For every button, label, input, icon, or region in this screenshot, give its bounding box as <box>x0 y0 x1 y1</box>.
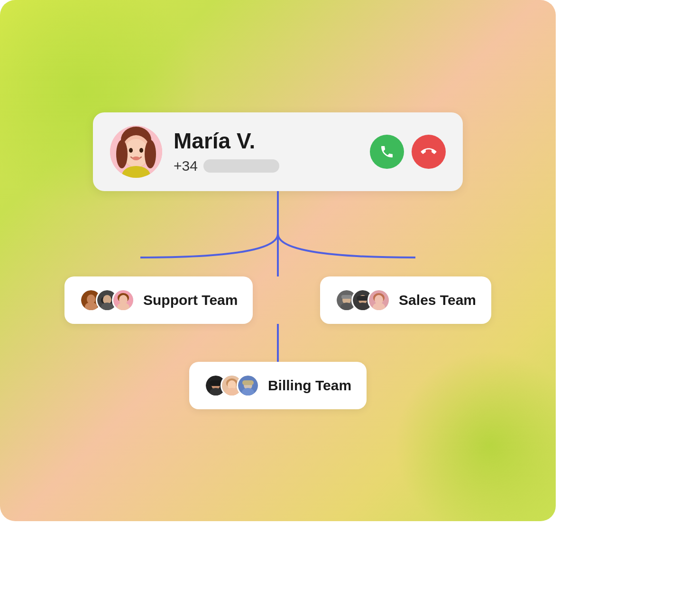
caller-avatar <box>110 126 162 178</box>
support-avatar-3 <box>112 289 135 312</box>
billing-team-avatars <box>204 374 259 397</box>
billing-team-card: Billing Team <box>189 362 367 409</box>
phone-number-blurred <box>203 159 279 173</box>
caller-info: María V. +34 <box>174 129 358 174</box>
support-team-card: Support Team <box>64 276 253 324</box>
billing-row: Billing Team <box>189 362 367 409</box>
teams-row: Support Team <box>64 276 491 324</box>
sales-team-avatars <box>335 289 390 312</box>
svg-point-7 <box>116 140 128 168</box>
decline-call-button[interactable] <box>412 135 446 169</box>
svg-point-5 <box>139 148 143 153</box>
sales-avatar-3 <box>367 289 390 312</box>
support-team-avatars <box>80 289 135 312</box>
accept-call-button[interactable] <box>370 135 404 169</box>
main-content: María V. +34 <box>50 112 505 409</box>
caller-phone: +34 <box>174 158 358 174</box>
sales-team-label: Sales Team <box>399 292 476 308</box>
svg-point-8 <box>145 140 156 168</box>
svg-rect-47 <box>242 380 254 385</box>
support-team-label: Support Team <box>143 292 238 308</box>
svg-point-6 <box>132 156 140 160</box>
caller-card: María V. +34 <box>93 112 463 191</box>
svg-point-4 <box>129 148 133 153</box>
background: María V. +34 <box>0 0 556 521</box>
svg-rect-26 <box>341 295 352 299</box>
billing-connector <box>64 324 491 362</box>
caller-name: María V. <box>174 129 358 153</box>
billing-avatar-3 <box>237 374 259 397</box>
call-buttons <box>370 135 446 169</box>
billing-team-label: Billing Team <box>268 377 351 394</box>
connector-lines <box>64 191 491 276</box>
sales-team-card: Sales Team <box>320 276 491 324</box>
teams-container: Support Team <box>50 276 505 409</box>
phone-prefix: +34 <box>174 158 198 174</box>
